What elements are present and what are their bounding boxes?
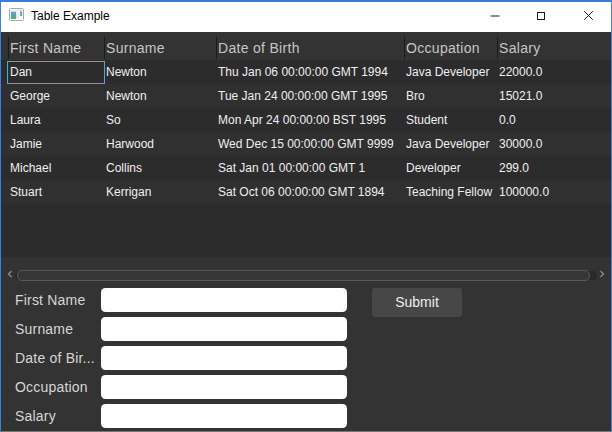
cell-first-name[interactable]: George (8, 84, 104, 108)
column-header-label: First Name (10, 40, 81, 56)
selected-cell-outline (7, 61, 105, 84)
cell-surname[interactable]: Harwood (104, 132, 216, 156)
date-of-birth-input[interactable] (101, 346, 347, 370)
form-row: Salary (2, 404, 612, 428)
table-row[interactable]: Laura So Mon Apr 24 00:00:00 BST 1995 St… (1, 108, 611, 132)
cell-surname[interactable]: Kerrigan (104, 180, 216, 204)
salary-label: Salary (15, 404, 99, 428)
cell-surname[interactable]: Newton (104, 84, 216, 108)
column-header-label: Occupation (406, 40, 480, 56)
maximize-button[interactable] (518, 1, 564, 31)
date-of-birth-label: Date of Bir... (15, 346, 99, 370)
app-window: Table Example First Name Surname (0, 0, 612, 432)
form-row: First Name Submit (2, 288, 612, 312)
cell-occupation[interactable]: Java Developer (404, 60, 497, 84)
minimize-button[interactable] (472, 1, 518, 31)
cell-salary[interactable]: 299.0 (497, 156, 608, 180)
cell-salary[interactable]: 100000.0 (497, 180, 608, 204)
cell-occupation[interactable]: Java Developer (404, 132, 497, 156)
submit-button[interactable]: Submit (372, 288, 462, 317)
minimize-icon (490, 11, 500, 21)
cell-first-name[interactable]: Laura (8, 108, 104, 132)
cell-date-of-birth[interactable]: Tue Jan 24 00:00:00 GMT 1995 (216, 84, 404, 108)
close-icon (584, 11, 593, 20)
cell-occupation[interactable]: Teaching Fellow (404, 180, 497, 204)
column-header-first-name[interactable]: First Name (9, 36, 104, 60)
entry-form: First Name Submit Surname Date of Bir...… (2, 285, 612, 432)
cell-salary[interactable]: 0.0 (497, 108, 608, 132)
form-row: Date of Bir... (2, 346, 612, 370)
cell-date-of-birth[interactable]: Mon Apr 24 00:00:00 BST 1995 (216, 108, 404, 132)
cell-salary[interactable]: 22000.0 (497, 60, 608, 84)
surname-label: Surname (15, 317, 99, 341)
column-header-label: Surname (106, 40, 165, 56)
cell-date-of-birth[interactable]: Sat Oct 06 00:00:00 GMT 1894 (216, 180, 404, 204)
occupation-label: Occupation (15, 375, 99, 399)
scroll-left-icon[interactable] (5, 269, 15, 279)
cell-surname[interactable]: So (104, 108, 216, 132)
column-header-occupation[interactable]: Occupation (405, 36, 497, 60)
table-row[interactable]: Michael Collins Sat Jan 01 00:00:00 GMT … (1, 156, 611, 180)
column-header-surname[interactable]: Surname (105, 36, 216, 60)
data-table: First Name Surname Date of Birth Occupat… (1, 36, 611, 257)
cell-date-of-birth[interactable]: Wed Dec 15 00:00:00 GMT 9999 (216, 132, 404, 156)
form-row: Surname (2, 317, 612, 341)
first-name-input[interactable] (101, 288, 347, 312)
maximize-icon (537, 12, 545, 20)
cell-salary[interactable]: 30000.0 (497, 132, 608, 156)
column-header-salary[interactable]: Salary (498, 36, 608, 60)
column-header-label: Salary (499, 40, 540, 56)
cell-date-of-birth[interactable]: Thu Jan 06 00:00:00 GMT 1994 (216, 60, 404, 84)
window-title: Table Example (31, 2, 110, 31)
titlebar[interactable]: Table Example (1, 2, 611, 32)
table-row[interactable]: Jamie Harwood Wed Dec 15 00:00:00 GMT 99… (1, 132, 611, 156)
close-button[interactable] (565, 1, 611, 31)
cell-date-of-birth[interactable]: Sat Jan 01 00:00:00 GMT 1 (216, 156, 404, 180)
cell-first-name[interactable]: Jamie (8, 132, 104, 156)
cell-salary[interactable]: 15021.0 (497, 84, 608, 108)
table-row[interactable]: Stuart Kerrigan Sat Oct 06 00:00:00 GMT … (1, 180, 611, 204)
cell-surname[interactable]: Collins (104, 156, 216, 180)
table-row[interactable]: George Newton Tue Jan 24 00:00:00 GMT 19… (1, 84, 611, 108)
salary-input[interactable] (101, 404, 347, 428)
horizontal-scrollbar[interactable] (1, 267, 612, 281)
column-header-date-of-birth[interactable]: Date of Birth (217, 36, 404, 60)
scrollbar-thumb[interactable] (17, 270, 590, 281)
cell-occupation[interactable]: Bro (404, 84, 497, 108)
occupation-input[interactable] (101, 375, 347, 399)
first-name-label: First Name (15, 288, 99, 312)
cell-first-name[interactable]: Michael (8, 156, 104, 180)
cell-surname[interactable]: Newton (104, 60, 216, 84)
cell-first-name[interactable]: Stuart (8, 180, 104, 204)
table-header: First Name Surname Date of Birth Occupat… (1, 36, 611, 60)
scroll-right-icon[interactable] (597, 269, 607, 279)
cell-occupation[interactable]: Developer (404, 156, 497, 180)
form-row: Occupation (2, 375, 612, 399)
app-icon (9, 8, 24, 21)
column-header-label: Date of Birth (218, 40, 300, 56)
surname-input[interactable] (101, 317, 347, 341)
cell-occupation[interactable]: Student (404, 108, 497, 132)
